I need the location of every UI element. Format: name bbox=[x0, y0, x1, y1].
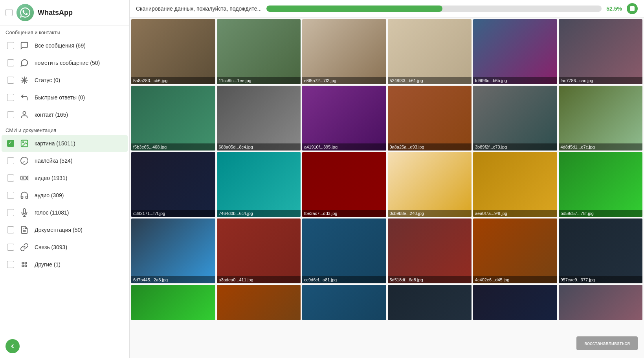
gallery-item[interactable]: 6d7b445...2a3.jpg bbox=[131, 218, 215, 283]
sidebar-item-status[interactable]: Статус (0) bbox=[2, 72, 128, 88]
gallery-item[interactable]: 957cae9...377.jpg bbox=[559, 218, 643, 283]
gallery-item-label: 957cae9...377.jpg bbox=[559, 276, 643, 283]
svg-point-16 bbox=[22, 265, 24, 267]
gallery-item[interactable]: cc9d6cf...a81.jpg bbox=[302, 218, 386, 283]
checkbox-contact[interactable] bbox=[7, 111, 14, 118]
gallery-item[interactable] bbox=[217, 285, 301, 320]
gallery-item[interactable]: fbe3ac7...dd3.jpg bbox=[302, 152, 386, 217]
label-video: видео (1931) bbox=[35, 175, 67, 181]
gallery-item-label: 7464d0b...6c4.jpg bbox=[217, 210, 301, 217]
label-document: Документация (50) bbox=[35, 227, 83, 233]
header-checkbox[interactable] bbox=[6, 9, 13, 16]
svg-point-6 bbox=[22, 141, 24, 143]
gallery-item[interactable]: f5b3e65...468.jpg bbox=[131, 86, 215, 151]
gallery-item[interactable]: 5a8a283...cb6.jpg bbox=[131, 19, 215, 84]
label-status: Статус (0) bbox=[35, 77, 60, 83]
gallery-item[interactable]: 7464d0b...6c4.jpg bbox=[217, 152, 301, 217]
gallery-item[interactable]: 4d8d5d1...e7c.jpg bbox=[559, 86, 643, 151]
sidebar-item-sticker[interactable]: наклейка (524) bbox=[2, 152, 128, 169]
app-logo bbox=[17, 4, 34, 21]
gallery-item[interactable] bbox=[302, 285, 386, 320]
checkbox-video[interactable] bbox=[7, 174, 14, 182]
checkbox-mark-message[interactable] bbox=[7, 59, 14, 66]
gallery-item[interactable]: 3b89f2f...c70.jpg bbox=[473, 86, 557, 151]
chat-icon bbox=[19, 40, 30, 51]
gallery-item[interactable]: a41910f...395.jpg bbox=[302, 86, 386, 151]
stop-button[interactable] bbox=[627, 3, 638, 14]
gallery-item[interactable] bbox=[559, 285, 643, 320]
sidebar-item-link[interactable]: Связь (3093) bbox=[2, 239, 128, 255]
gallery-item-label: 5a8a283...cb6.jpg bbox=[131, 77, 215, 84]
checkbox-picture[interactable] bbox=[7, 140, 14, 147]
label-picture: картина (15011) bbox=[35, 140, 75, 147]
app-container: WhatsApp Сообщения и контакты Все сообще… bbox=[0, 0, 644, 358]
label-audio: аудио (309) bbox=[35, 192, 64, 198]
gallery-item-label: aea0f7a...94f.jpg bbox=[473, 210, 557, 217]
gallery-item-label: a41910f...395.jpg bbox=[302, 143, 386, 151]
gallery-item[interactable]: 0a8a25a...d93.jpg bbox=[388, 86, 472, 151]
gallery-item-label: 4c402e6...d45.jpg bbox=[473, 276, 557, 283]
gallery-item[interactable]: 4c402e6...d45.jpg bbox=[473, 218, 557, 283]
checkbox-voice[interactable] bbox=[7, 209, 14, 216]
checkbox-other[interactable] bbox=[7, 261, 14, 268]
document-icon bbox=[19, 224, 30, 235]
gallery-item[interactable]: 688a05d...8c4.jpg bbox=[217, 86, 301, 151]
reply-icon bbox=[19, 92, 30, 103]
sidebar: WhatsApp Сообщения и контакты Все сообще… bbox=[0, 0, 130, 358]
other-icon bbox=[19, 259, 30, 270]
checkbox-document[interactable] bbox=[7, 226, 14, 233]
gallery-row: 6d7b445...2a3.jpg a3adea0...411.jpg cc9d… bbox=[131, 218, 642, 283]
gallery-item[interactable]: fd9f96c...b6b.jpg bbox=[473, 19, 557, 84]
gallery-item-label: 0a8a25a...d93.jpg bbox=[388, 143, 472, 151]
gallery-item-label: 6d7b445...2a3.jpg bbox=[131, 276, 215, 283]
checkbox-all-messages[interactable] bbox=[7, 42, 14, 49]
gallery-item[interactable]: 0cb9b8e...240.jpg bbox=[388, 152, 472, 217]
sidebar-item-quick-replies[interactable]: Быстрые ответы (0) bbox=[2, 89, 128, 106]
sidebar-item-contact[interactable]: контакт (165) bbox=[2, 106, 128, 123]
gallery-item[interactable] bbox=[388, 285, 472, 320]
gallery-item[interactable]: 5248f33...b61.jpg bbox=[388, 19, 472, 84]
sidebar-item-mark-message[interactable]: пометить сообщение (50) bbox=[2, 55, 128, 71]
gallery-item-label: 11cc8fc...1ee.jpg bbox=[217, 77, 301, 84]
scan-bar: Сканирование данных, пожалуйста, подожди… bbox=[130, 0, 644, 18]
gallery-item[interactable]: a3adea0...411.jpg bbox=[217, 218, 301, 283]
scan-percent: 52.5% bbox=[606, 6, 622, 12]
checkbox-sticker[interactable] bbox=[7, 157, 14, 164]
gallery-row bbox=[131, 285, 642, 320]
gallery-item[interactable]: fac7786...cac.jpg bbox=[559, 19, 643, 84]
checkbox-quick-replies[interactable] bbox=[7, 94, 14, 101]
image-icon bbox=[19, 138, 30, 149]
gallery-item[interactable] bbox=[131, 285, 215, 320]
sidebar-item-document[interactable]: Документация (50) bbox=[2, 222, 128, 238]
gallery-item[interactable]: c382171...f7f.jpg bbox=[131, 152, 215, 217]
gallery-item[interactable]: 11cc8fc...1ee.jpg bbox=[217, 19, 301, 84]
sidebar-item-video[interactable]: видео (1931) bbox=[2, 170, 128, 186]
gallery-item-label: bd59c57...78f.jpg bbox=[559, 210, 643, 217]
restore-button[interactable]: восстанавливаться bbox=[576, 336, 638, 350]
checkbox-audio[interactable] bbox=[7, 192, 14, 199]
gallery-item[interactable]: e8f5a72...7f2.jpg bbox=[302, 19, 386, 84]
sidebar-item-picture[interactable]: картина (15011) bbox=[2, 135, 128, 152]
svg-point-4 bbox=[23, 112, 26, 114]
gallery-item-label: fac7786...cac.jpg bbox=[559, 77, 643, 84]
back-button[interactable] bbox=[6, 339, 20, 353]
gallery-item[interactable] bbox=[473, 285, 557, 320]
progress-bar-fill bbox=[266, 6, 442, 12]
label-contact: контакт (165) bbox=[35, 112, 68, 118]
gallery-item[interactable]: bd59c57...78f.jpg bbox=[559, 152, 643, 217]
svg-point-17 bbox=[25, 265, 27, 267]
progress-bar-container bbox=[266, 6, 602, 12]
sidebar-item-voice[interactable]: голос (11081) bbox=[2, 204, 128, 221]
gallery-item-label: 5248f33...b61.jpg bbox=[388, 77, 472, 84]
gallery-item[interactable]: 5d518df...6a8.jpg bbox=[388, 218, 472, 283]
sidebar-item-other[interactable]: Другие (1) bbox=[2, 256, 128, 273]
sidebar-item-audio[interactable]: аудио (309) bbox=[2, 187, 128, 204]
sidebar-header: WhatsApp bbox=[0, 0, 129, 26]
sidebar-item-all-messages[interactable]: Все сообщения (69) bbox=[2, 37, 128, 54]
gallery-item-label: 0cb9b8e...240.jpg bbox=[388, 210, 472, 217]
checkbox-link[interactable] bbox=[7, 244, 14, 251]
checkbox-status[interactable] bbox=[7, 77, 14, 84]
gallery-item[interactable]: aea0f7a...94f.jpg bbox=[473, 152, 557, 217]
link-icon bbox=[19, 242, 30, 253]
gallery-item-label: 3b89f2f...c70.jpg bbox=[473, 143, 557, 151]
